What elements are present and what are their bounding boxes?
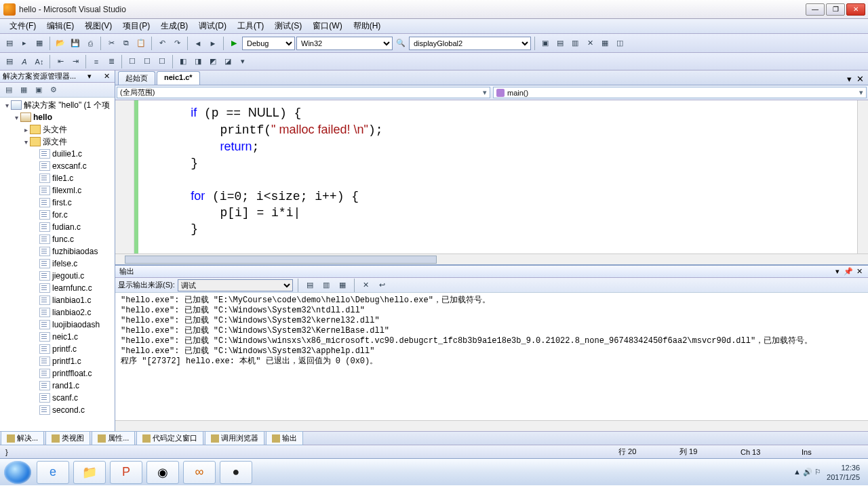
paste-button[interactable]: 📋	[134, 37, 148, 50]
bottom-tab-2[interactable]: 属性...	[92, 431, 135, 445]
output-pin-button[interactable]: 📌	[844, 267, 853, 277]
file-item[interactable]: lianbiao1.c	[0, 294, 115, 306]
file-item[interactable]: for.c	[0, 209, 115, 221]
bottom-tab-4[interactable]: 调用浏览器	[205, 431, 264, 445]
add-button[interactable]: ▦	[33, 37, 46, 50]
solx-tb-a[interactable]: ▤	[3, 85, 15, 96]
solx-close-button[interactable]: ✕	[102, 72, 112, 81]
tb2-d[interactable]: ☐	[125, 55, 139, 68]
tb-d[interactable]: ✕	[583, 37, 597, 50]
solx-tb-c[interactable]: ▣	[33, 85, 45, 96]
tb2-b[interactable]: A	[18, 55, 31, 68]
file-item[interactable]: printf.c	[0, 343, 115, 355]
bottom-tab-1[interactable]: 类视图	[45, 431, 90, 445]
redo-button[interactable]: ↷	[170, 37, 184, 50]
file-item[interactable]: first.c	[0, 197, 115, 209]
solution-node[interactable]: 解决方案 "hello" (1 个项	[24, 100, 110, 111]
menu-8[interactable]: 窗口(W)	[307, 19, 347, 33]
find-button[interactable]: 🔍	[394, 37, 408, 50]
menu-1[interactable]: 编辑(E)	[41, 19, 79, 33]
file-item[interactable]: fudian.c	[0, 221, 115, 233]
config-select[interactable]: Debug	[242, 37, 295, 50]
menu-5[interactable]: 调试(D)	[193, 19, 232, 33]
file-item[interactable]: ifelse.c	[0, 258, 115, 270]
solx-tb-b[interactable]: ▦	[18, 85, 30, 96]
nav-fwd-button[interactable]: ►	[206, 37, 220, 50]
output-hscrollbar[interactable]	[115, 420, 868, 431]
task-vs[interactable]: ∞	[183, 461, 216, 484]
copy-button[interactable]: ⧉	[119, 37, 133, 50]
output-menu-button[interactable]: ▾	[833, 267, 842, 277]
file-item[interactable]: scanf.c	[0, 392, 115, 404]
file-item[interactable]: func.c	[0, 233, 115, 245]
tb-c[interactable]: ▥	[568, 37, 582, 50]
file-item[interactable]: exscanf.c	[0, 160, 115, 172]
tb2-e[interactable]: ☐	[140, 55, 154, 68]
output-close-button[interactable]: ✕	[854, 267, 864, 277]
uncomment-button[interactable]: ≣	[104, 55, 118, 68]
solution-tree[interactable]: ▾解决方案 "hello" (1 个项 ▾hello ▸头文件 ▾源文件 dui…	[0, 98, 115, 431]
out-clear-button[interactable]: ✕	[359, 279, 373, 292]
file-item[interactable]: fuzhibiaodas	[0, 245, 115, 258]
editor-hscrollbar[interactable]	[115, 253, 868, 264]
tb2-c[interactable]: A↕	[33, 55, 46, 68]
task-obs[interactable]: ●	[220, 461, 252, 484]
indent-inc-button[interactable]: ⇥	[68, 55, 82, 68]
function-select[interactable]: main()▾	[493, 87, 867, 98]
file-item[interactable]: learnfunc.c	[0, 282, 115, 294]
output-src-select[interactable]: 调试	[178, 279, 293, 291]
out-wrap-button[interactable]: ↩	[376, 279, 389, 292]
bottom-tab-0[interactable]: 解决...	[1, 431, 44, 445]
menu-0[interactable]: 文件(F)	[4, 19, 41, 33]
tab-active-file[interactable]: neic1.c*	[157, 71, 200, 85]
bottom-tab-5[interactable]: 输出	[266, 431, 303, 445]
output-text[interactable]: "hello.exe": 已加载 "E:\MyCourse\code\demo\…	[115, 293, 868, 420]
menu-2[interactable]: 视图(V)	[79, 19, 117, 33]
indent-dec-button[interactable]: ⇤	[54, 55, 67, 68]
tb-e[interactable]: ▦	[598, 37, 612, 50]
menu-7[interactable]: 测试(S)	[269, 19, 307, 33]
file-item[interactable]: neic1.c	[0, 331, 115, 343]
file-item[interactable]: duilie1.c	[0, 148, 115, 160]
save-button[interactable]: 💾	[68, 37, 82, 50]
task-explorer[interactable]: 📁	[73, 461, 106, 484]
sources-folder[interactable]: 源文件	[43, 136, 67, 148]
file-item[interactable]: file1.c	[0, 172, 115, 184]
task-ie[interactable]: e	[37, 461, 69, 484]
tab-startpage[interactable]: 起始页	[118, 71, 155, 85]
task-ppt[interactable]: P	[110, 461, 142, 484]
tb2-g[interactable]: ◧	[176, 55, 190, 68]
file-item[interactable]: luojibiaodash	[0, 319, 115, 331]
tray-icons[interactable]: ▲ 🔊 ⚐	[793, 468, 821, 476]
save-all-button[interactable]: ⎙	[83, 37, 97, 50]
tb2-i[interactable]: ◩	[206, 55, 220, 68]
tb-a[interactable]: ▣	[538, 37, 552, 50]
minimize-button[interactable]: —	[806, 3, 825, 16]
clock[interactable]: 12:36 2017/1/25	[827, 463, 864, 482]
file-item[interactable]: second.c	[0, 404, 115, 416]
start-button[interactable]	[4, 461, 31, 484]
undo-button[interactable]: ↶	[155, 37, 169, 50]
platform-select[interactable]: Win32	[296, 37, 393, 50]
solx-tb-d[interactable]: ⚙	[47, 85, 60, 96]
code-editor[interactable]: if (p == NULL) { printf(" malloc failed!…	[115, 100, 868, 253]
file-item[interactable]: rand1.c	[0, 380, 115, 392]
comment-button[interactable]: ≡	[90, 55, 103, 68]
open-button[interactable]: 📂	[54, 37, 67, 50]
nav-back-button[interactable]: ◄	[191, 37, 205, 50]
task-chrome[interactable]: ◉	[146, 461, 179, 484]
file-item[interactable]: printffloat.c	[0, 367, 115, 380]
new-project-button[interactable]: ▤	[3, 37, 16, 50]
tab-menu-button[interactable]: ▾	[844, 74, 854, 85]
scope-select[interactable]: (全局范围)▾	[117, 87, 490, 98]
file-item[interactable]: printf1.c	[0, 355, 115, 367]
tb2-k[interactable]: ▾	[236, 55, 250, 68]
file-item[interactable]: filexml.c	[0, 184, 115, 197]
find-select[interactable]: displayGlobal2	[409, 37, 531, 50]
out-tb-a[interactable]: ▤	[303, 279, 317, 292]
solx-pin-button[interactable]: ▾	[85, 72, 94, 81]
out-tb-c[interactable]: ▦	[336, 279, 349, 292]
menu-3[interactable]: 项目(P)	[117, 19, 155, 33]
tb-f[interactable]: ◫	[613, 37, 627, 50]
close-button[interactable]: ✕	[846, 3, 865, 16]
